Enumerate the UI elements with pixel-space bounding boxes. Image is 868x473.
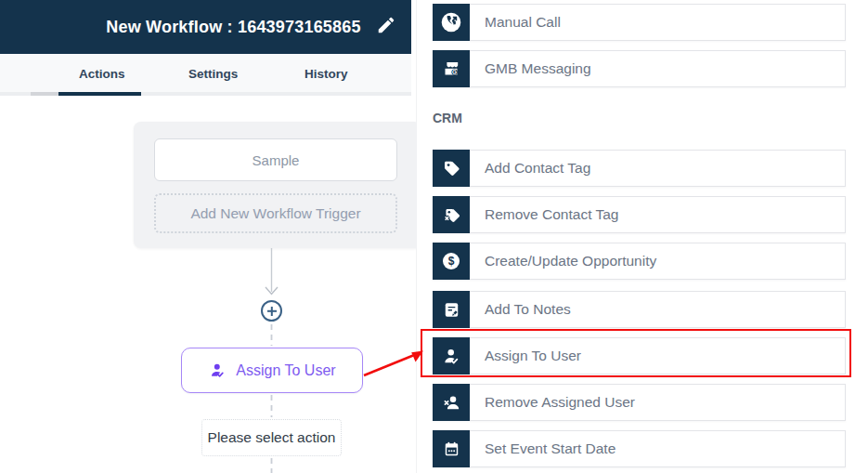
phone-outgoing-icon <box>433 4 470 41</box>
action-item-assign-to-user[interactable]: Assign To User <box>433 337 846 374</box>
user-check-icon <box>433 337 470 374</box>
section-title-crm: CRM <box>433 111 462 125</box>
action-item-set-event-start-date[interactable]: Set Event Start Date <box>433 430 846 467</box>
user-remove-icon <box>433 384 470 421</box>
action-item-gmb-messaging[interactable]: G GMB Messaging <box>433 50 846 87</box>
action-item-label: Manual Call <box>470 14 561 31</box>
action-item-label: Assign To User <box>470 348 581 364</box>
calendar-icon <box>433 430 470 467</box>
tab-bar: Actions Settings History <box>0 54 411 96</box>
add-action-plus-button[interactable] <box>261 300 282 322</box>
action-item-label: Remove Assigned User <box>470 394 635 411</box>
action-item-label: Add To Notes <box>470 301 571 318</box>
edit-title-button[interactable] <box>376 15 396 35</box>
canvas-node-label: Assign To User <box>236 362 335 379</box>
trigger-card: Sample Add New Workflow Trigger <box>134 122 416 248</box>
user-check-icon <box>208 361 227 380</box>
action-item-remove-contact-tag[interactable]: Remove Contact Tag <box>433 196 846 233</box>
please-select-action-node[interactable]: Please select action <box>201 419 342 456</box>
tab-history[interactable]: History <box>304 67 348 81</box>
svg-text:G: G <box>452 69 457 75</box>
action-item-add-to-notes[interactable]: Add To Notes <box>433 291 846 328</box>
action-item-label: GMB Messaging <box>470 60 591 77</box>
action-item-add-contact-tag[interactable]: Add Contact Tag <box>433 150 846 187</box>
action-item-remove-assigned-user[interactable]: Remove Assigned User <box>433 384 846 421</box>
storefront-icon: G <box>433 50 470 87</box>
action-item-label: Add Contact Tag <box>470 160 590 177</box>
workflow-builder-app: New Workflow : 1643973165865 Actions Set… <box>0 0 868 473</box>
trigger-sample-node[interactable]: Sample <box>154 138 397 181</box>
dollar-circle-icon: $ <box>433 243 470 280</box>
note-icon <box>433 291 470 328</box>
action-item-create-update-opportunity[interactable]: $ Create/Update Opportunity <box>433 243 846 280</box>
tab-actions[interactable]: Actions <box>79 67 125 81</box>
workflow-header: New Workflow : 1643973165865 <box>0 0 411 54</box>
action-item-manual-call[interactable]: Manual Call <box>433 4 846 41</box>
action-item-label: Remove Contact Tag <box>470 206 618 223</box>
tag-icon <box>433 150 470 187</box>
canvas-assign-to-user-node[interactable]: Assign To User <box>181 348 363 393</box>
actions-picker-panel: Manual Call G GMB Messaging CRM <box>416 0 868 473</box>
add-new-workflow-trigger-button[interactable]: Add New Workflow Trigger <box>154 193 397 233</box>
tag-remove-icon <box>433 196 470 233</box>
tab-settings[interactable]: Settings <box>188 67 238 81</box>
action-item-label: Set Event Start Date <box>470 440 615 457</box>
action-item-label: Create/Update Opportunity <box>470 253 656 269</box>
workflow-canvas: Sample Add New Workflow Trigger Assign T… <box>0 96 416 473</box>
svg-text:$: $ <box>448 255 455 268</box>
workflow-title: New Workflow : 1643973165865 <box>50 18 360 37</box>
pencil-icon <box>376 15 396 35</box>
workflow-left-pane: New Workflow : 1643973165865 Actions Set… <box>0 0 416 473</box>
